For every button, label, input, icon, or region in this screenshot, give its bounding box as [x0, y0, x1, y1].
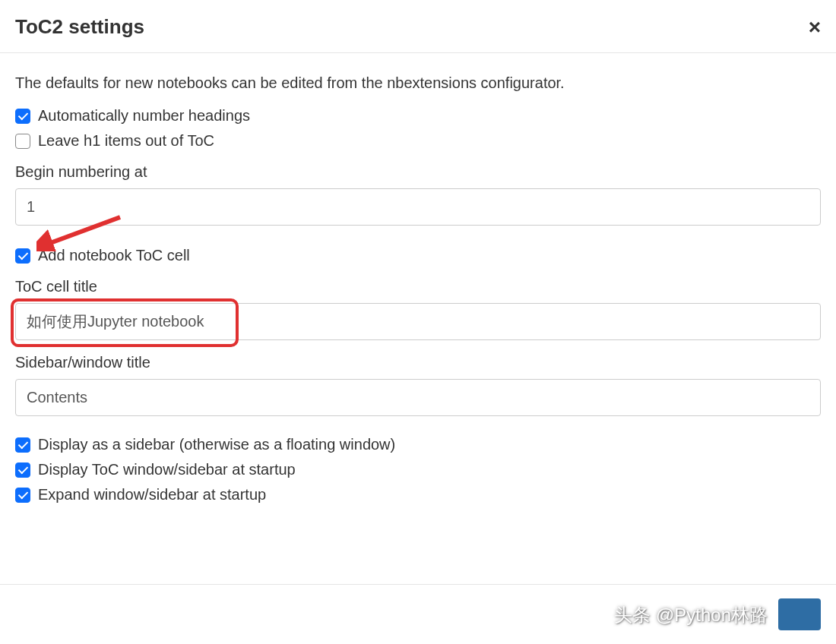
modal-title: ToC2 settings	[15, 15, 144, 39]
auto-number-label: Automatically number headings	[38, 107, 250, 125]
begin-numbering-label: Begin numbering at	[15, 163, 821, 181]
toc-cell-title-input[interactable]	[15, 303, 821, 340]
settings-description: The defaults for new notebooks can be ed…	[15, 74, 821, 92]
display-startup-label: Display ToC window/sidebar at startup	[38, 461, 296, 478]
auto-number-checkbox[interactable]	[15, 109, 30, 124]
add-toc-cell-row: Add notebook ToC cell	[15, 247, 821, 264]
sidebar-title-label: Sidebar/window title	[15, 354, 821, 371]
leave-h1-row: Leave h1 items out of ToC	[15, 132, 821, 150]
toc-cell-title-wrap	[15, 303, 821, 340]
expand-startup-row: Expand window/sidebar at startup	[15, 486, 821, 504]
toc-cell-title-label: ToC cell title	[15, 278, 821, 295]
close-button[interactable]: ×	[809, 17, 821, 38]
add-toc-cell-checkbox[interactable]	[15, 248, 30, 264]
add-toc-cell-label: Add notebook ToC cell	[38, 247, 190, 264]
display-startup-checkbox[interactable]	[15, 462, 30, 478]
display-sidebar-label: Display as a sidebar (otherwise as a flo…	[38, 436, 395, 453]
modal-body: The defaults for new notebooks can be ed…	[0, 53, 836, 526]
display-startup-row: Display ToC window/sidebar at startup	[15, 461, 821, 478]
begin-numbering-input[interactable]	[15, 188, 821, 226]
auto-number-row: Automatically number headings	[15, 107, 821, 125]
expand-startup-label: Expand window/sidebar at startup	[38, 486, 266, 504]
sidebar-title-input[interactable]	[15, 379, 821, 416]
leave-h1-label: Leave h1 items out of ToC	[38, 132, 214, 150]
expand-startup-checkbox[interactable]	[15, 488, 30, 503]
leave-h1-checkbox[interactable]	[15, 134, 30, 149]
display-sidebar-row: Display as a sidebar (otherwise as a flo…	[15, 436, 821, 453]
modal-header: ToC2 settings ×	[0, 0, 836, 53]
close-icon: ×	[809, 15, 821, 39]
display-sidebar-checkbox[interactable]	[15, 437, 30, 453]
ok-button[interactable]	[778, 598, 821, 630]
modal-footer	[0, 584, 836, 644]
